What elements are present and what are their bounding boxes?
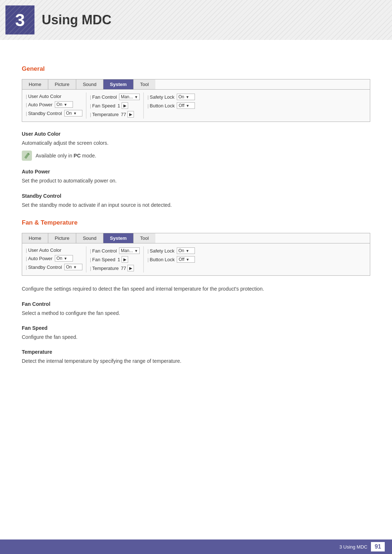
general-tabs: Home Picture Sound System Tool — [22, 79, 370, 90]
fan-tab-picture[interactable]: Picture — [48, 233, 76, 243]
fan-temp-desc: Configure the settings required to detec… — [22, 285, 370, 293]
temperature-desc: Detect the internal temperature by speci… — [22, 357, 370, 365]
auto-power-desc: Set the product to automatically power o… — [22, 177, 370, 185]
fan-temp-panel-body: User Auto Color Auto Power On ▼ Standby … — [22, 243, 370, 275]
page-header: 3 Using MDC — [0, 0, 392, 40]
general-row-fan-control: Fan Control Man... ▼ — [90, 93, 140, 101]
fan-speed-forward-btn[interactable]: ▶ — [122, 102, 128, 109]
pencil-icon — [24, 152, 30, 159]
general-row-auto-power: Auto Power On ▼ — [26, 100, 82, 109]
fan-control-heading: Fan Control — [22, 301, 370, 307]
general-tab-home[interactable]: Home — [22, 79, 48, 89]
fan-safety-lock-select[interactable]: On ▼ — [177, 247, 195, 254]
temperature-heading: Temperature — [22, 349, 370, 355]
fan-control-arrow-icon: ▼ — [134, 95, 138, 99]
fan-row-auto-power: Auto Power On ▼ — [26, 254, 82, 263]
general-tab-tool[interactable]: Tool — [134, 79, 155, 89]
standby-arrow-icon: ▼ — [73, 111, 77, 115]
auto-power-heading: Auto Power — [22, 169, 370, 175]
fan-fan-control-select[interactable]: Man... ▼ — [119, 247, 140, 254]
general-row-temperature: Temperature 77 ▶ — [90, 110, 140, 119]
page-title: Using MDC — [42, 12, 111, 28]
fan-control-desc: Select a method to configure the fan spe… — [22, 309, 370, 317]
general-col1: User Auto Color Auto Power On ▼ Standby … — [22, 93, 86, 119]
general-row-user-auto-color: User Auto Color — [26, 93, 82, 100]
general-panel: Home Picture Sound System Tool User Auto… — [22, 79, 370, 122]
fan-row-fan-speed: Fan Speed 1 ▶ — [90, 255, 140, 264]
button-lock-arrow-icon: ▼ — [186, 104, 189, 108]
general-row-button-lock: Button Lock Off ▼ — [147, 101, 195, 110]
fan-fan-control-arrow-icon: ▼ — [134, 249, 138, 253]
fan-row-standby-control: Standby Control On ▼ — [26, 263, 82, 271]
fan-tab-system[interactable]: System — [103, 233, 134, 243]
note-text: Available only in PC mode. — [36, 153, 96, 159]
fan-control-select[interactable]: Man... ▼ — [119, 94, 140, 100]
user-auto-color-heading: User Auto Color — [22, 131, 370, 137]
fan-temp-tabs: Home Picture Sound System Tool — [22, 233, 370, 243]
general-tab-system[interactable]: System — [103, 79, 134, 89]
fan-temp-section-title: Fan & Temperature — [22, 219, 370, 226]
fan-fan-speed-btn[interactable]: ▶ — [122, 256, 128, 263]
fan-row-safety-lock: Safety Lock On ▼ — [147, 246, 195, 255]
fan-standby-select[interactable]: On ▼ — [64, 264, 82, 270]
fan-button-lock-select[interactable]: Off ▼ — [177, 256, 195, 263]
fan-temp-panel: Home Picture Sound System Tool User Auto… — [22, 233, 370, 276]
temperature-forward-btn[interactable]: ▶ — [127, 111, 134, 118]
fan-col1: User Auto Color Auto Power On ▼ Standby … — [22, 246, 86, 272]
user-auto-color-note: Available only in PC mode. — [22, 151, 370, 161]
fan-speed-desc: Configure the fan speed. — [22, 333, 370, 341]
general-col2: Fan Control Man... ▼ Fan Speed 1 ▶ Tempe… — [86, 93, 144, 119]
fan-standby-arrow-icon: ▼ — [73, 265, 77, 269]
content-area: General Home Picture Sound System Tool U… — [0, 40, 392, 382]
standby-control-select[interactable]: On ▼ — [64, 110, 82, 116]
auto-power-arrow-icon: ▼ — [64, 103, 68, 107]
general-tab-picture[interactable]: Picture — [48, 79, 76, 89]
footer-text: 3 Using MDC — [339, 544, 367, 550]
general-col3: Safety Lock On ▼ Button Lock Off ▼ — [144, 93, 199, 119]
general-row-fan-speed: Fan Speed 1 ▶ — [90, 101, 140, 110]
safety-lock-select[interactable]: On ▼ — [177, 94, 195, 100]
fan-col3: Safety Lock On ▼ Button Lock Off ▼ — [144, 246, 199, 272]
fan-row-fan-control: Fan Control Man... ▼ — [90, 246, 140, 255]
fan-row-button-lock: Button Lock Off ▼ — [147, 255, 195, 264]
fan-row-temperature: Temperature 77 ▶ — [90, 264, 140, 272]
general-panel-body: User Auto Color Auto Power On ▼ Standby … — [22, 90, 370, 122]
user-auto-color-desc: Automatically adjust the screen colors. — [22, 139, 370, 147]
standby-control-heading: Standby Control — [22, 193, 370, 199]
standby-control-desc: Set the standby mode to activate if an i… — [22, 201, 370, 209]
fan-temperature-btn[interactable]: ▶ — [127, 265, 134, 271]
safety-lock-arrow-icon: ▼ — [186, 95, 189, 99]
general-row-safety-lock: Safety Lock On ▼ — [147, 93, 195, 101]
auto-power-select[interactable]: On ▼ — [55, 101, 73, 108]
footer-page-number: 91 — [371, 542, 385, 551]
general-tab-sound[interactable]: Sound — [76, 79, 103, 89]
general-row-standby-control: Standby Control On ▼ — [26, 109, 82, 118]
general-section-title: General — [22, 65, 370, 73]
fan-col2: Fan Control Man... ▼ Fan Speed 1 ▶ Tempe… — [86, 246, 144, 272]
fan-tab-home[interactable]: Home — [22, 233, 48, 243]
page-footer: 3 Using MDC 91 — [0, 539, 392, 554]
fan-row-user-auto-color: User Auto Color — [26, 246, 82, 254]
fan-tab-tool[interactable]: Tool — [134, 233, 155, 243]
fan-tab-sound[interactable]: Sound — [76, 233, 103, 243]
fan-safety-lock-arrow-icon: ▼ — [186, 249, 189, 253]
note-icon — [22, 151, 32, 161]
fan-speed-heading: Fan Speed — [22, 325, 370, 331]
chapter-badge: 3 — [5, 5, 34, 34]
button-lock-select[interactable]: Off ▼ — [177, 102, 195, 109]
fan-auto-power-arrow-icon: ▼ — [64, 257, 68, 260]
fan-button-lock-arrow-icon: ▼ — [186, 258, 189, 262]
fan-auto-power-select[interactable]: On ▼ — [55, 255, 73, 262]
